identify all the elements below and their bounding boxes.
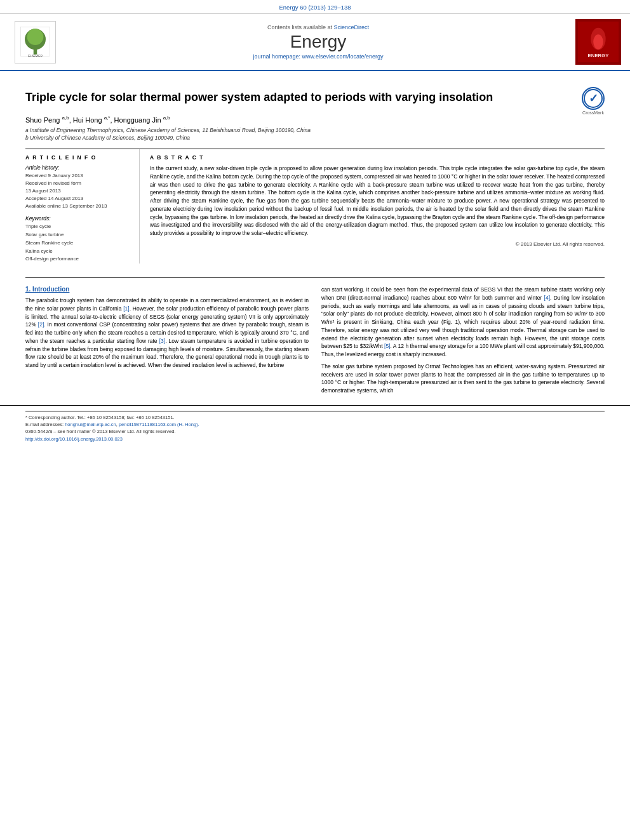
ref-1: [1] [123,305,129,312]
journal-citation: Energy 60 (2013) 129–138 [279,4,351,11]
intro-paragraph-1: The parabolic trough system has demonstr… [25,297,309,370]
authors-text: Shuo Peng a,b, Hui Hong a,*, Hongguang J… [25,116,170,124]
abstract-label: A B S T R A C T [150,154,605,161]
article-history: Article history: Received 9 January 2013… [25,164,133,210]
copyright-text: © 2013 Elsevier Ltd. All rights reserved… [150,241,605,247]
footer: * Corresponding author. Tel.: +86 10 825… [0,405,630,445]
ref-2: [2] [38,321,44,328]
intro-paragraph-3: The solar gas turbine system proposed by… [321,363,605,395]
crossmark-label: CrossMark [582,110,605,115]
page: Energy 60 (2013) 129–138 ELSEVIER [0,0,630,840]
intro-paragraph-2: can start working. It could be seen from… [321,286,605,359]
homepage-line: journal homepage: www.elsevier.com/locat… [253,53,383,60]
footer-doi: http://dx.doi.org/10.1016/j.energy.2013.… [25,436,605,443]
keyword-2: Solar gas turbine [25,231,133,239]
abstract-column: A B S T R A C T In the current study, a … [150,149,605,263]
keyword-4: Kalina cycle [25,248,133,256]
abstract-text: In the current study, a new solar-driven… [150,164,605,237]
article-content: ✓ CrossMark Triple cycle for solar therm… [0,71,630,270]
email-1-link[interactable]: honghui@mail.etp.ac.cn [65,422,116,427]
energy-logo-box: ENERGY [573,19,624,65]
article-info-label: A R T I C L E I N F O [25,154,133,161]
affiliations: a Institute of Engineering Thermophysics… [25,126,605,143]
energy-logo-image: ENERGY [575,19,621,65]
body-content: 1. Introduction The parabolic trough sys… [0,286,630,399]
sciencedirect-line: Contents lists available at ScienceDirec… [267,24,369,30]
keyword-1: Triple cycle [25,223,133,231]
ref-5: [5] [384,343,390,349]
article-info-abstract: A R T I C L E I N F O Article history: R… [25,149,605,263]
body-right-column: can start working. It could be seen from… [321,286,605,399]
journal-header: ELSEVIER Contents lists available at Sci… [0,14,630,71]
homepage-link[interactable]: journal homepage: www.elsevier.com/locat… [253,53,383,60]
keyword-3: Steam Rankine cycle [25,239,133,248]
footer-rule [25,411,605,411]
doi-link[interactable]: http://dx.doi.org/10.1016/j.energy.2013.… [25,436,123,442]
affiliation-a: a Institute of Engineering Thermophysics… [25,126,605,135]
ref-3: [3] [159,338,165,344]
elsevier-logo: ELSEVIER [6,19,64,65]
footer-corresponding: * Corresponding author. Tel.: +86 10 825… [25,414,605,421]
section-divider [25,277,605,278]
article-info-column: A R T I C L E I N F O Article history: R… [25,149,140,263]
top-bar: Energy 60 (2013) 129–138 [0,0,630,14]
revised-label: Received in revised form [25,180,133,187]
article-title: Triple cycle for solar thermal power sys… [25,90,605,105]
crossmark[interactable]: ✓ CrossMark [582,87,605,115]
svg-point-3 [27,29,43,45]
sciencedirect-link[interactable]: ScienceDirect [334,24,370,30]
received-date: Received 9 January 2013 [25,172,133,180]
ref-4: [4] [544,295,550,301]
crossmark-icon: ✓ [582,87,605,110]
footer-issn: 0360-5442/$ – see front matter © 2013 El… [25,428,605,435]
authors: Shuo Peng a,b, Hui Hong a,*, Hongguang J… [25,115,605,124]
body-left-column: 1. Introduction The parabolic trough sys… [25,286,309,399]
keywords-section: Keywords: Triple cycle Solar gas turbine… [25,215,133,263]
svg-text:ENERGY: ENERGY [588,53,610,58]
history-title: Article history: [25,164,133,171]
available-date: Available online 13 September 2013 [25,203,133,210]
revised-date: 13 August 2013 [25,187,133,195]
intro-heading: 1. Introduction [25,286,309,293]
email-2-link[interactable]: pencil1987111881163.com (H. Hong). [119,422,199,427]
affiliation-b: b University of Chinese Academy of Scien… [25,134,605,142]
journal-center: Contents lists available at ScienceDirec… [70,19,566,65]
keyword-5: Off-design performance [25,255,133,263]
svg-text:✓: ✓ [589,92,598,105]
accepted-date: Accepted 14 August 2013 [25,195,133,203]
keywords-label: Keywords: [25,215,133,222]
svg-text:ELSEVIER: ELSEVIER [28,55,43,58]
svg-point-8 [593,34,603,49]
journal-name: Energy [290,32,347,52]
footer-email: E-mail addresses: honghui@mail.etp.ac.cn… [25,421,605,428]
